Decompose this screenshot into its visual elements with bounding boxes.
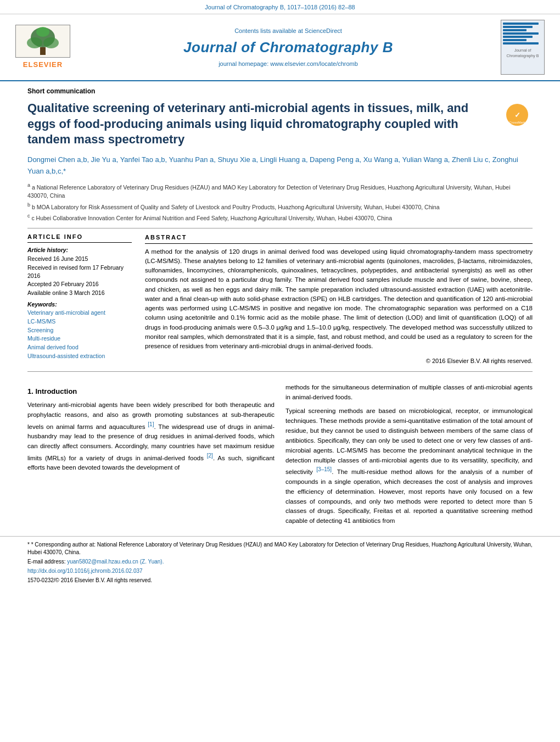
journal-citation: Journal of Chromatography B, 1017–1018 (… <box>205 4 355 10</box>
journal-cover-image: Journal ofChromatography B <box>501 20 545 75</box>
affiliation-a: a a National Reference Laboratory of Vet… <box>27 182 533 200</box>
article-section: Short communication Qualitative screenin… <box>0 81 560 222</box>
journal-homepage-line: journal homepage: www.elsevier.com/locat… <box>219 60 358 68</box>
cover-line-4 <box>503 32 539 35</box>
body-right-column: methods for the simultaneous determinati… <box>285 383 533 531</box>
body-left-column: 1. Introduction Veterinary anti-microbia… <box>27 383 275 531</box>
star-footnote: * * Corresponding author at: National Re… <box>27 541 533 556</box>
svg-point-4 <box>36 27 49 37</box>
journal-header: ELSEVIER Contents lists available at Sci… <box>0 14 560 81</box>
affiliation-b: b b MOA Laboratory for Risk Assessment o… <box>27 202 533 211</box>
ref-1: [1] <box>148 421 154 427</box>
svg-rect-0 <box>40 47 46 55</box>
article-title: Qualitative screening of veterinary anti… <box>27 101 496 148</box>
keyword-6: Ultrasound-assisted extraction <box>27 352 132 360</box>
keyword-2: LC-MS/MS <box>27 317 132 326</box>
abstract-header: ABSTRACT <box>145 233 533 244</box>
cover-line-1 <box>503 23 539 25</box>
keyword-1: Veterinary anti-microbial agent <box>27 309 132 317</box>
copyright-notice: © 2016 Elsevier B.V. All rights reserved… <box>145 356 533 366</box>
available-date: Available online 3 March 2016 <box>27 289 132 297</box>
body-section: 1. Introduction Veterinary anti-microbia… <box>0 377 560 531</box>
ref-3-15: [3–15] <box>316 466 332 472</box>
email-link[interactable]: yuan5802@mail.hzau.edu.cn (Z. Yuan). <box>67 559 164 565</box>
introduction-title: 1. Introduction <box>27 386 275 397</box>
article-info-abstract-section: ARTICLE INFO Article history: Received 1… <box>0 233 560 366</box>
article-title-row: Qualitative screening of veterinary anti… <box>27 101 533 148</box>
contents-line: Contents lists available at ScienceDirec… <box>234 27 342 35</box>
authors-line: Dongmei Chen a,b, Jie Yu a, Yanfei Tao a… <box>27 154 533 177</box>
elsevier-tree-image <box>15 25 70 58</box>
elsevier-logo-section: ELSEVIER <box>10 20 76 75</box>
article-type: Short communication <box>27 87 533 96</box>
journal-title-section: Contents lists available at ScienceDirec… <box>85 20 492 75</box>
email-footnote: E-mail address: yuan5802@mail.hzau.edu.c… <box>27 558 533 566</box>
cover-line-6 <box>503 39 527 41</box>
abstract-column: ABSTRACT A method for the analysis of 12… <box>145 233 533 366</box>
intro-paragraph-1: Veterinary anti-microbial agents have be… <box>27 400 275 473</box>
keyword-4: Multi-residue <box>27 334 132 343</box>
accepted-date: Accepted 20 February 2016 <box>27 280 132 288</box>
intro-paragraph-right-2: Typical screening methods are based on m… <box>285 406 533 526</box>
affiliations-section: a a National Reference Laboratory of Vet… <box>27 182 533 223</box>
cover-line-3 <box>503 29 527 31</box>
history-label: Article history: <box>27 246 132 254</box>
article-info-header: ARTICLE INFO <box>27 233 132 243</box>
svg-point-2 <box>27 37 42 48</box>
affiliation-c: c c Hubei Collaborative Innovation Cente… <box>27 213 533 222</box>
article-info-column: ARTICLE INFO Article history: Received 1… <box>27 233 132 366</box>
journal-cover-section: Journal ofChromatography B <box>501 20 550 75</box>
keyword-3: Screening <box>27 326 132 334</box>
doi-line: http://dx.doi.org/10.1016/j.jchromb.2016… <box>27 567 533 575</box>
keyword-5: Animal derived food <box>27 343 132 352</box>
journal-homepage-url[interactable]: www.elsevier.com/locate/chromb <box>270 60 358 67</box>
journal-title: Journal of Chromatography B <box>183 37 393 57</box>
cover-line-7 <box>503 42 539 44</box>
crossmark-section: ✓ CrossMark <box>505 101 533 127</box>
svg-text:✓: ✓ <box>514 111 520 119</box>
svg-point-3 <box>43 37 59 48</box>
elsevier-wordmark: ELSEVIER <box>23 60 63 70</box>
ref-2: [2] <box>207 453 213 459</box>
received-revised-date: Received in revised form 17 February 201… <box>27 264 132 280</box>
crossmark-icon: ✓ CrossMark <box>505 103 529 127</box>
cover-line-5 <box>503 36 533 38</box>
received-date: Received 16 June 2015 <box>27 255 132 263</box>
svg-text:CrossMark: CrossMark <box>509 121 525 124</box>
issn-line: 1570-0232/© 2016 Elsevier B.V. All right… <box>27 577 533 584</box>
footnote-section: * * Corresponding author at: National Re… <box>0 536 560 589</box>
journal-citation-bar: Journal of Chromatography B, 1017–1018 (… <box>0 0 560 14</box>
intro-paragraph-right-1: methods for the simultaneous determinati… <box>285 383 533 403</box>
abstract-text: A method for the analysis of 120 drugs i… <box>145 247 533 352</box>
page: Journal of Chromatography B, 1017–1018 (… <box>0 0 560 742</box>
keywords-label: Keywords: <box>27 300 132 309</box>
doi-link[interactable]: http://dx.doi.org/10.1016/j.jchromb.2016… <box>27 568 143 574</box>
cover-line-2 <box>503 26 533 28</box>
